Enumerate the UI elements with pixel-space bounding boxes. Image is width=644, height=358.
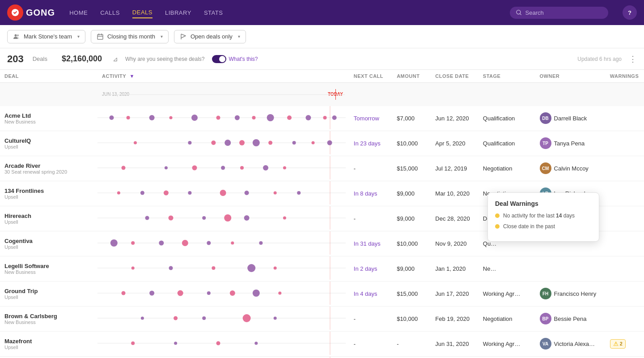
whats-this-link[interactable]: What's this? [229,56,258,62]
svg-point-52 [274,191,277,194]
deals-amount: $2,160,000 [62,54,102,64]
amount-cell: - [392,331,431,356]
deal-name[interactable]: Acme Ltd [4,112,93,119]
deal-name[interactable]: Arcade River [4,162,93,169]
deal-name[interactable]: Legelli Software [4,263,93,269]
team-filter[interactable]: Mark Stone's team ▾ [7,30,85,43]
col-owner: OWNER [535,70,606,83]
svg-point-82 [178,290,183,296]
activity-timeline [97,357,349,358]
activity-sort-icon[interactable]: ▼ [130,73,135,79]
svg-point-26 [188,141,191,145]
logo-text: GONG [26,8,55,18]
close-date-cell: Jun 12, 2020 [431,106,478,131]
team-filter-arrow: ▾ [77,34,80,39]
deal-name[interactable]: Hirereach [4,213,93,219]
toggle-switch[interactable] [212,55,226,63]
flag-icon [180,33,187,40]
svg-point-73 [131,266,135,269]
amount-cell: $10,000 [392,231,431,256]
nav-deals[interactable]: DEALS [132,7,153,18]
svg-point-12 [149,115,155,120]
owner-cell [535,256,606,281]
deal-cell: Ground TripUpsell [0,281,97,306]
table-row[interactable]: CultureIQUpsellIn 23 days$10,000Apr 5, 2… [0,131,644,156]
svg-point-40 [221,166,225,170]
whats-this: What's this? [212,55,258,63]
svg-point-47 [140,191,144,195]
table-row[interactable]: Legelli SoftwareNew BusinessIn 2 days$9,… [0,256,644,281]
nav-stats[interactable]: STATS [204,8,223,18]
svg-line-1 [520,14,521,15]
stage-cell: Negotiation [479,156,535,181]
next-call-cell: In 4 days [349,281,392,306]
svg-point-97 [174,341,177,345]
table-row[interactable]: Brown & CarlsbergNew Business-$10,000Feb… [0,306,644,331]
amount-cell: $9,000 [392,181,431,206]
search-bar[interactable] [510,7,608,19]
deal-name[interactable]: CultureIQ [4,137,93,144]
close-date-cell: Dec 28, 2020 [431,206,478,231]
activity-timeline [97,156,349,179]
closing-filter[interactable]: Closing this month ▾ [91,30,169,43]
svg-point-59 [224,214,231,222]
logo[interactable]: GONG [7,4,55,21]
filter-icon[interactable]: ⊿ [113,55,118,63]
avatar: FH [540,288,551,299]
nav-links: HOME CALLS DEALS LIBRARY STATS [69,7,496,18]
warnings-cell [606,106,644,131]
deal-name[interactable]: Mazefront [4,338,93,345]
help-button[interactable]: ? [623,5,637,20]
svg-point-80 [122,291,126,295]
deal-name[interactable]: Brown & Carlsberg [4,313,93,320]
table-row[interactable]: Sensors TechnologiesUpsell--Dec 28, 2020… [0,356,644,358]
nav-calls[interactable]: CALLS [100,8,120,18]
nav-library[interactable]: LIBRARY [165,8,191,18]
svg-point-46 [117,191,120,194]
deal-name[interactable]: 134 Frontlines [4,188,93,194]
next-call-cell: In 23 days [349,131,392,156]
col-close-date: CLOSE DATE [431,70,478,83]
activity-timeline [97,281,349,305]
amount-cell: $15,000 [392,281,431,306]
deals-label: Deals [33,55,47,62]
warning-badge[interactable]: ⚠2 [610,339,626,349]
avatar: DB [540,112,551,124]
next-call-cell: - [349,306,392,331]
more-options-button[interactable]: ⋮ [629,54,637,64]
search-input[interactable] [525,9,602,16]
svg-point-75 [212,266,215,270]
svg-point-53 [297,191,301,195]
table-row[interactable]: Arcade River30 Seat renewal spring 2020-… [0,156,644,181]
deal-sub: New Business [4,119,93,124]
amount-cell: $9,000 [392,256,431,281]
avatar: TP [540,137,551,149]
activity-cell [97,306,349,331]
svg-point-32 [292,141,296,145]
table-row[interactable]: MazefrontUpsell--Jun 31, 2020Working Agr… [0,331,644,356]
deal-sub: Upsell [4,345,93,350]
why-text[interactable]: Why are you seeing these deals? [125,56,204,62]
activity-timeline [97,231,349,255]
warnings-cell [606,256,644,281]
close-date-cell: Dec 28, 2020 [431,356,478,358]
table-row[interactable]: Acme LtdNew BusinessTomorrow$7,000Jun 12… [0,106,644,131]
owner-cell: DRDianne Robert… [535,356,606,358]
warnings-cell [606,231,644,256]
table-row[interactable]: Ground TripUpsellIn 4 days$15,000Jun 17,… [0,281,644,306]
deal-name[interactable]: Cogentiva [4,238,93,244]
warnings-cell [606,281,644,306]
closing-filter-label: Closing this month [107,33,155,40]
deal-cell: Arcade River30 Seat renewal spring 2020 [0,156,97,181]
deals-filter[interactable]: Open deals only ▾ [174,30,246,43]
amount-cell: $15,000 [392,156,431,181]
svg-point-16 [235,115,240,120]
activity-cell [97,106,349,131]
warnings-cell [606,306,644,331]
deal-name[interactable]: Ground Trip [4,288,93,294]
svg-point-50 [220,190,226,196]
close-date-cell: Nov 9, 2020 [431,231,478,256]
svg-point-30 [253,139,260,146]
nav-home[interactable]: HOME [69,8,88,18]
svg-point-43 [283,166,286,169]
